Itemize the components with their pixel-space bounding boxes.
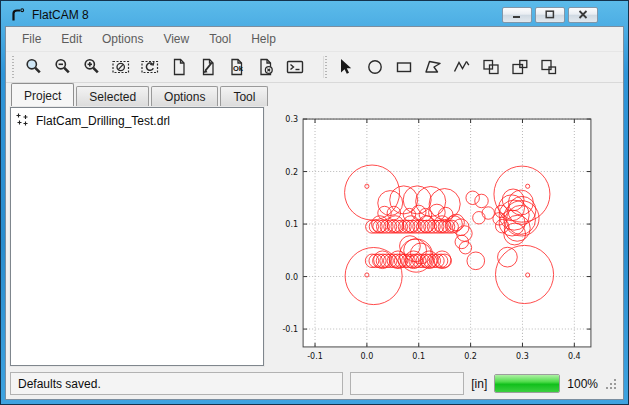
toolbar: Ok xyxy=(6,51,623,83)
window-title: FlatCAM 8 xyxy=(32,8,89,22)
menu-item-options[interactable]: Options xyxy=(92,28,153,50)
draw-circle-button[interactable] xyxy=(360,54,389,81)
titlebar[interactable]: FlatCAM 8 xyxy=(5,1,624,26)
edit-toolbar-group xyxy=(331,54,563,81)
zoom-out-button[interactable] xyxy=(48,54,77,81)
menu-item-edit[interactable]: Edit xyxy=(51,28,92,50)
plot-panel: -0.10.00.10.20.30.4-0.10.00.10.20.3 xyxy=(268,107,620,366)
progress-label: 100% xyxy=(567,377,598,391)
progress-bar xyxy=(494,374,560,393)
svg-text:Ok: Ok xyxy=(233,64,244,73)
svg-text:0.3: 0.3 xyxy=(285,115,298,124)
tab-selected[interactable]: Selected xyxy=(76,86,149,106)
statusbar: Defaults saved. [in] 100% xyxy=(6,368,623,399)
tree-item-drill-file[interactable]: FlatCam_Drilling_Test.drl xyxy=(11,108,263,130)
menubar: File Edit Options View Tool Help xyxy=(6,27,623,51)
plot-canvas[interactable]: -0.10.00.10.20.30.4-0.10.00.10.20.3 xyxy=(268,107,620,366)
menu-item-view[interactable]: View xyxy=(153,28,199,50)
svg-text:0.4: 0.4 xyxy=(568,352,581,361)
cancel-editor-button[interactable] xyxy=(251,54,280,81)
panel-tabs: Project Selected Options Tool xyxy=(6,83,623,106)
plot-toolbar-group: Ok xyxy=(19,54,309,81)
select-button[interactable] xyxy=(331,54,360,81)
status-aux-panel xyxy=(350,372,464,395)
replot-button[interactable] xyxy=(135,54,164,81)
units-label: [in] xyxy=(471,377,487,391)
svg-text:0.2: 0.2 xyxy=(464,352,477,361)
project-panel: FlatCam_Drilling_Test.drl xyxy=(10,107,264,366)
toolbar-drag-handle[interactable] xyxy=(11,56,15,78)
tab-options[interactable]: Options xyxy=(151,86,218,106)
drill-marks-icon xyxy=(15,112,30,130)
maximize-button[interactable] xyxy=(535,7,565,23)
app-window: FlatCAM 8 File Edit Options View Tool He… xyxy=(0,0,629,405)
zoom-in-button[interactable] xyxy=(77,54,106,81)
draw-path-button[interactable] xyxy=(447,54,476,81)
minimize-button[interactable] xyxy=(502,7,532,23)
editor-button[interactable] xyxy=(193,54,222,81)
shell-button[interactable] xyxy=(280,54,309,81)
union-button[interactable] xyxy=(476,54,505,81)
clear-plot-button[interactable] xyxy=(106,54,135,81)
menu-item-file[interactable]: File xyxy=(12,28,51,50)
client-area: File Edit Options View Tool Help xyxy=(5,26,624,400)
svg-text:-0.1: -0.1 xyxy=(307,352,323,361)
new-geometry-button[interactable] xyxy=(164,54,193,81)
svg-text:0.2: 0.2 xyxy=(285,168,298,177)
tree-item-label: FlatCam_Drilling_Test.drl xyxy=(36,114,170,128)
menu-item-help[interactable]: Help xyxy=(241,28,286,50)
status-message: Defaults saved. xyxy=(10,372,343,395)
menu-item-tool[interactable]: Tool xyxy=(199,28,241,50)
progress-fill xyxy=(495,375,559,392)
svg-text:0.3: 0.3 xyxy=(516,352,529,361)
intersection-button[interactable] xyxy=(505,54,534,81)
tab-tool[interactable]: Tool xyxy=(220,86,268,106)
draw-polygon-button[interactable] xyxy=(418,54,447,81)
flatcam-logo-icon xyxy=(9,7,27,23)
svg-text:-0.1: -0.1 xyxy=(282,325,298,334)
tab-project[interactable]: Project xyxy=(11,83,74,106)
toolbar-drag-handle-2[interactable] xyxy=(323,56,327,78)
close-button[interactable] xyxy=(568,7,598,23)
svg-text:0.0: 0.0 xyxy=(361,352,374,361)
save-editor-button[interactable]: Ok xyxy=(222,54,251,81)
svg-text:0.1: 0.1 xyxy=(285,220,298,229)
draw-rectangle-button[interactable] xyxy=(389,54,418,81)
window-controls xyxy=(502,7,620,23)
resize-grip[interactable] xyxy=(605,378,617,390)
zoom-fit-button[interactable] xyxy=(19,54,48,81)
svg-text:0.1: 0.1 xyxy=(412,352,425,361)
svg-text:0.0: 0.0 xyxy=(285,273,298,282)
subtract-button[interactable] xyxy=(534,54,563,81)
main-area: FlatCam_Drilling_Test.drl -0.10.00.10.20… xyxy=(6,106,623,368)
